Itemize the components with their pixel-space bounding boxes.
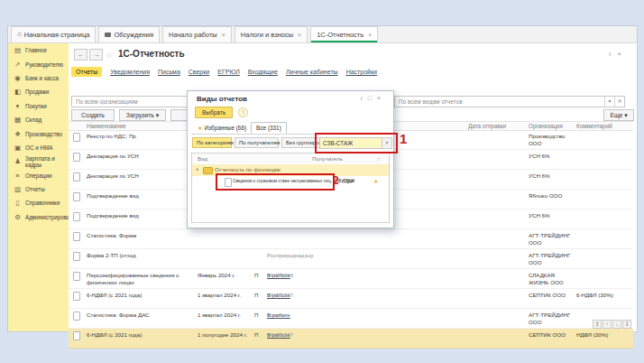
report-period: 1 квартал 2024 г. xyxy=(198,312,241,319)
form-controls[interactable]: ı× xyxy=(609,50,628,58)
info-icon[interactable]: ı xyxy=(609,50,617,58)
window-tab-Начальная страница[interactable]: ⌂Начальная страница xyxy=(11,26,96,42)
sidebar-item-Руководителю[interactable]: ↗Руководителю xyxy=(8,57,69,70)
section-tab-Отчеты[interactable]: Отчеты xyxy=(71,67,102,77)
window-tab-bar: ⌂Начальная страницаОбсужденияНачало рабо… xyxy=(8,26,637,43)
window-tab-1С-Отчетность[interactable]: 1С-Отчетность× xyxy=(310,26,378,42)
sidebar-item-Производство[interactable]: ❖Производство xyxy=(8,126,69,140)
table-row[interactable]: Статистика: ФормаАГТ-ТРЕЙДИНГ ООО xyxy=(69,229,633,249)
create-button[interactable]: Создать xyxy=(71,109,115,121)
sidebar-item-Главное[interactable]: ▤Главное xyxy=(8,43,69,57)
sidebar-item-label: Покупки xyxy=(25,103,47,109)
report-organization: СЛАДКАЯ ЖИЗНЬ ООО xyxy=(529,272,574,285)
section-tab-Письма[interactable]: Письма xyxy=(158,69,180,75)
tab-label: 1С-Отчетность xyxy=(317,31,363,39)
report-name[interactable]: Форма 2-ТП (отход xyxy=(87,252,189,259)
report-name[interactable]: Подтверждение вид xyxy=(87,212,189,219)
column-org[interactable]: Организация xyxy=(529,123,563,129)
dialog-column-star-icon[interactable]: ☆ xyxy=(376,155,382,162)
table-row[interactable]: Статистика: Форма ДАС1 квартал 2024 г.ПВ… xyxy=(69,309,633,329)
document-icon xyxy=(73,153,80,163)
report-name[interactable]: Декларация по УСН xyxy=(87,172,189,180)
home-icon: ⌂ xyxy=(17,32,22,37)
sidebar-item-Операции[interactable]: ≡Операции xyxy=(8,169,69,182)
column-name[interactable]: Наименование xyxy=(87,123,126,129)
report-name[interactable]: Реестр по НДС: Пр xyxy=(87,133,189,140)
table-row[interactable]: 6-НДФЛ (с 2021 года)1 квартал 2024 г.ПВ … xyxy=(69,289,633,309)
nav-up-icon[interactable]: ↑ xyxy=(603,320,612,329)
table-row[interactable]: Персонифицированные сведения о физически… xyxy=(69,269,633,289)
tab-close-icon[interactable]: × xyxy=(298,32,301,38)
dialog-controls[interactable]: ı□× xyxy=(361,95,386,101)
group-button-По категориям[interactable]: По категориям xyxy=(192,137,232,148)
sidebar-item-label: Операции xyxy=(25,172,51,179)
more-button[interactable]: Еще ▾ xyxy=(603,109,634,121)
coin-icon: ◉ xyxy=(14,74,22,82)
load-button[interactable]: Загрузить ▾ xyxy=(119,109,166,121)
report-name[interactable]: Подтверждение вид xyxy=(87,192,189,200)
report-name[interactable]: Персонифицированные сведения о физически… xyxy=(87,272,189,285)
report-name[interactable]: 6-НДФЛ (с 2021 года) xyxy=(87,292,189,299)
report-comment: НДФЛ (30%) xyxy=(576,331,632,339)
select-button[interactable]: Выбрать xyxy=(195,107,233,118)
sidebar-item-label: Руководителю xyxy=(25,61,63,68)
group-button-По получателям[interactable]: По получателям xyxy=(235,137,279,148)
report-name[interactable]: 6-НДФЛ (с 2021 года) xyxy=(87,331,189,339)
sidebar-item-Зарплата и кадры[interactable]: ♟Зарплата и кадры xyxy=(8,154,69,168)
annotation-number-2: 2 xyxy=(333,174,339,187)
table-row[interactable]: 6-НДФЛ (с 2021 года)1 полугодие 2024 г.П… xyxy=(69,329,633,349)
expander-icon[interactable]: ● xyxy=(196,166,198,172)
favorite-icon[interactable]: ★ xyxy=(373,178,379,184)
report-recipient[interactable]: ПФР xyxy=(342,178,354,184)
help-button[interactable]: ? xyxy=(238,107,248,117)
section-tab-ЕГРЮЛ[interactable]: ЕГРЮЛ xyxy=(217,69,239,75)
close-icon[interactable]: × xyxy=(617,50,628,58)
sidebar-item-Справочники[interactable]: ▯Справочники xyxy=(8,196,69,209)
dialog-maximize-icon[interactable]: □ xyxy=(368,95,377,101)
tab-close-icon[interactable]: × xyxy=(222,32,225,38)
table-row[interactable]: Форма 2-ТП (отходРосприроднадзорАГТ-ТРЕЙ… xyxy=(69,249,633,269)
forward-button[interactable]: → xyxy=(89,49,103,60)
favorite-star-icon[interactable]: ☆ xyxy=(106,51,113,60)
dialog-tab-Все (331)[interactable]: Все (331) xyxy=(251,122,287,134)
sidebar-item-Продажи[interactable]: ◧Продажи xyxy=(8,85,69,98)
report-flag: П xyxy=(254,331,258,339)
section-tab-Настройки[interactable]: Настройки xyxy=(346,69,377,75)
sidebar-item-Администрирование[interactable]: ⚙Администрирование xyxy=(8,210,69,224)
section-tab-Уведомления[interactable]: Уведомления xyxy=(110,69,150,75)
report-kind-filter[interactable]: По всем видам отчетов▾✕ xyxy=(394,96,625,107)
section-tab-Сверки[interactable]: Сверки xyxy=(189,69,209,75)
dropdown-icon[interactable]: ▾ xyxy=(604,97,614,107)
report-name[interactable]: Статистика: Форма xyxy=(87,232,189,239)
nav-down-icon[interactable]: ↓ xyxy=(612,320,621,329)
report-name[interactable]: Статистика: Форма ДАС xyxy=(87,312,189,319)
sidebar-item-Покупки[interactable]: ▾Покупки xyxy=(8,99,69,113)
report-name[interactable]: Декларация по УСН xyxy=(87,153,189,160)
dialog-pin-icon[interactable]: ı xyxy=(361,95,368,101)
clear-icon[interactable]: ✕ xyxy=(614,97,624,107)
dialog-tab-Избранные (66)[interactable]: ★ Избранные (66) xyxy=(193,123,251,134)
dialog-column-kind[interactable]: Вид xyxy=(198,155,207,162)
folder-label[interactable]: Отчетность по физлицам xyxy=(215,166,281,172)
tab-close-icon[interactable]: × xyxy=(368,32,372,38)
nav-bottom-icon[interactable]: ↧ xyxy=(622,320,631,329)
window-tab-Налоги и взносы[interactable]: Налоги и взносы× xyxy=(235,26,308,42)
sidebar-item-Склад[interactable]: ▦Склад xyxy=(8,113,69,126)
column-sent[interactable]: Дата отправки xyxy=(468,123,506,129)
back-button[interactable]: ← xyxy=(74,49,87,60)
column-comment[interactable]: Комментарий xyxy=(576,123,612,129)
section-tab-Личные кабинеты[interactable]: Личные кабинеты xyxy=(286,69,338,75)
window-tab-Обсуждения[interactable]: Обсуждения xyxy=(98,26,160,42)
nav-top-icon[interactable]: ↥ xyxy=(593,320,602,329)
dialog-close-icon[interactable]: × xyxy=(377,95,386,101)
report-organization: УСН 6% xyxy=(529,212,574,219)
sidebar-item-ОС и НМА[interactable]: ▣ОС и НМА xyxy=(8,141,69,154)
section-tab-Входящие[interactable]: Входящие xyxy=(248,69,278,75)
sidebar-item-Банк и касса[interactable]: ◉Банк и касса xyxy=(8,71,69,85)
folder-icon xyxy=(203,167,213,174)
window-tab-Начало работы[interactable]: Начало работы× xyxy=(162,26,232,42)
dialog-column-recipient[interactable]: Получатель xyxy=(312,155,343,162)
report-flag: П xyxy=(254,272,258,279)
sidebar-item-label: Главное xyxy=(25,47,47,53)
sidebar-item-Отчеты[interactable]: ▥Отчеты xyxy=(8,182,69,196)
